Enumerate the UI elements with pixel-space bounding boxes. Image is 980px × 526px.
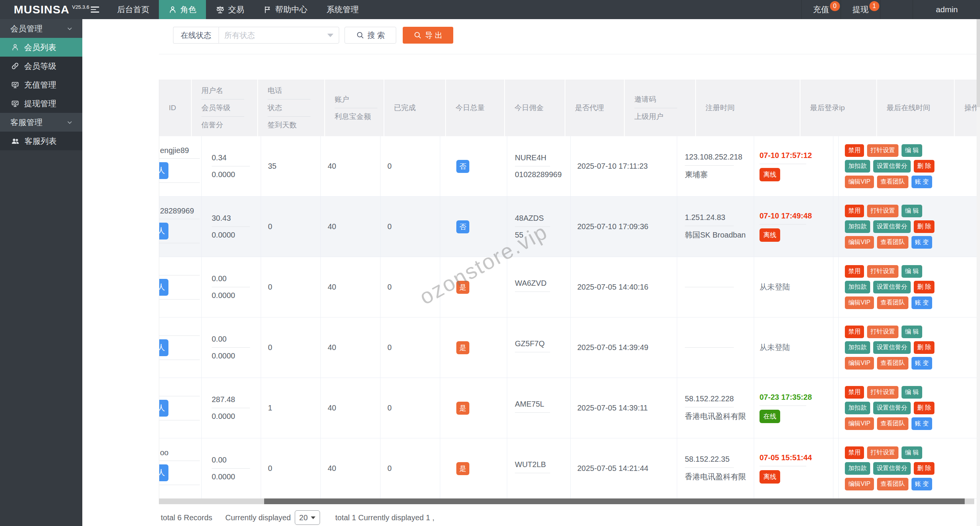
cell-is-agent: 是 bbox=[440, 438, 507, 498]
add-deduct-funds-button[interactable]: 加扣款 bbox=[845, 160, 870, 173]
vertical-scrollbar-thumb[interactable] bbox=[977, 19, 980, 107]
injection-settings-button[interactable]: 打针设置 bbox=[867, 205, 898, 217]
nav-item-dashboard[interactable]: 后台首页 bbox=[108, 0, 159, 19]
add-deduct-funds-button[interactable]: 加扣款 bbox=[845, 341, 870, 354]
account-change-button[interactable]: 账 变 bbox=[911, 357, 932, 370]
disable-user-button[interactable]: 禁用 bbox=[845, 265, 864, 278]
account-change-button[interactable]: 账 变 bbox=[911, 296, 932, 309]
cell-spacer bbox=[833, 378, 839, 438]
add-deduct-funds-button[interactable]: 加扣款 bbox=[845, 402, 870, 414]
injection-settings-button[interactable]: 打针设置 bbox=[867, 326, 898, 338]
set-credit-score-button[interactable]: 设置信誉分 bbox=[873, 462, 911, 475]
ip-location: 韩国SK Broadban bbox=[685, 230, 746, 240]
delete-button[interactable]: 删 除 bbox=[914, 281, 934, 293]
add-deduct-funds-button[interactable]: 加扣款 bbox=[845, 220, 870, 233]
add-deduct-funds-button[interactable]: 加扣款 bbox=[845, 281, 870, 293]
injection-settings-button[interactable]: 打针设置 bbox=[867, 144, 898, 157]
injection-settings-button[interactable]: 打针设置 bbox=[867, 386, 898, 399]
cell-last-online: 07-10 17:57:12 离线 bbox=[754, 136, 833, 196]
horizontal-scrollbar-thumb[interactable] bbox=[264, 498, 965, 504]
view-team-button[interactable]: 查看团队 bbox=[877, 296, 908, 309]
account-change-button[interactable]: 账 变 bbox=[911, 236, 932, 249]
edit-button[interactable]: 编 辑 bbox=[902, 326, 922, 338]
recharge-badge: 0 bbox=[830, 1, 840, 11]
edit-button[interactable]: 编 辑 bbox=[902, 205, 922, 217]
online-status-badge: 离线 bbox=[760, 228, 780, 242]
sidebar-item-customer-service-list[interactable]: 客服列表 bbox=[0, 132, 82, 150]
nav-item-roles[interactable]: 角色 bbox=[159, 0, 206, 19]
cell-balance: 0.00 0.0000 bbox=[202, 318, 261, 378]
delete-button[interactable]: 删 除 bbox=[914, 402, 934, 414]
cell-completed: 0 bbox=[261, 257, 321, 317]
edit-vip-button[interactable]: 编辑VIP bbox=[845, 236, 874, 249]
account-balance: 0.34 bbox=[212, 153, 227, 162]
column-header-register-time: 注册时间 bbox=[696, 80, 800, 136]
edit-button[interactable]: 编 辑 bbox=[902, 446, 922, 459]
horizontal-scrollbar[interactable] bbox=[159, 498, 974, 504]
recharge-nav-button[interactable]: 充值 0 bbox=[801, 0, 841, 19]
account-change-button[interactable]: 账 变 bbox=[911, 417, 932, 430]
disable-user-button[interactable]: 禁用 bbox=[845, 144, 864, 157]
refresh-button[interactable] bbox=[880, 0, 913, 19]
add-deduct-funds-button[interactable]: 加扣款 bbox=[845, 462, 870, 475]
edit-vip-button[interactable]: 编辑VIP bbox=[845, 296, 874, 309]
user-menu[interactable]: admin bbox=[913, 0, 980, 19]
cell-register-time: 2025-07-10 17:11:23 bbox=[571, 136, 677, 196]
username-text: engjie89 bbox=[160, 146, 189, 155]
vertical-scrollbar[interactable] bbox=[977, 19, 980, 526]
sidebar-item-member-level[interactable]: 会员等级 bbox=[0, 57, 82, 75]
sidebar-group-customer-service[interactable]: 客服管理 bbox=[0, 113, 82, 132]
users-icon bbox=[11, 137, 20, 145]
sidebar-item-recharge-management[interactable]: 充值管理 bbox=[0, 75, 82, 94]
nav-item-trade[interactable]: 交易 bbox=[206, 0, 254, 19]
edit-vip-button[interactable]: 编辑VIP bbox=[845, 478, 874, 490]
disable-user-button[interactable]: 禁用 bbox=[845, 326, 864, 338]
member-level-badge: 人 bbox=[159, 339, 168, 356]
sidebar-collapse-button[interactable] bbox=[82, 0, 108, 19]
nav-item-help-center[interactable]: 帮助中心 bbox=[254, 0, 317, 19]
edit-button[interactable]: 编 辑 bbox=[902, 265, 922, 278]
account-change-button[interactable]: 账 变 bbox=[911, 176, 932, 188]
edit-vip-button[interactable]: 编辑VIP bbox=[845, 357, 874, 370]
nav-item-system[interactable]: 系统管理 bbox=[317, 0, 368, 19]
hamburger-icon bbox=[91, 5, 99, 14]
edit-button[interactable]: 编 辑 bbox=[902, 386, 922, 399]
username-label: admin bbox=[936, 5, 958, 14]
sidebar-item-member-list[interactable]: 会员列表 bbox=[0, 38, 82, 57]
account-balance: 287.48 bbox=[212, 395, 235, 404]
search-button[interactable]: 搜 索 bbox=[345, 27, 396, 44]
page-size-select[interactable]: 20 bbox=[295, 510, 320, 525]
injection-settings-button[interactable]: 打针设置 bbox=[867, 265, 898, 278]
chart-board-icon bbox=[11, 99, 19, 107]
view-team-button[interactable]: 查看团队 bbox=[877, 478, 908, 490]
online-status-select[interactable]: 所有状态 bbox=[219, 27, 339, 44]
withdraw-nav-button[interactable]: 提现 1 bbox=[841, 0, 880, 19]
table-row: oo 人 0.00 0.0000 0 40 0 是 WUT2LB 2025-07… bbox=[159, 438, 980, 499]
set-credit-score-button[interactable]: 设置信誉分 bbox=[873, 220, 911, 233]
injection-settings-button[interactable]: 打针设置 bbox=[867, 446, 898, 459]
sidebar-group-member-management[interactable]: 会员管理 bbox=[0, 19, 82, 38]
set-credit-score-button[interactable]: 设置信誉分 bbox=[873, 160, 911, 173]
disable-user-button[interactable]: 禁用 bbox=[845, 446, 864, 459]
view-team-button[interactable]: 查看团队 bbox=[877, 357, 908, 370]
delete-button[interactable]: 删 除 bbox=[914, 160, 934, 173]
account-change-button[interactable]: 账 变 bbox=[911, 478, 932, 490]
agent-status-badge: 是 bbox=[456, 341, 469, 354]
export-button[interactable]: 导 出 bbox=[403, 27, 453, 44]
set-credit-score-button[interactable]: 设置信誉分 bbox=[873, 402, 911, 414]
delete-button[interactable]: 删 除 bbox=[914, 341, 934, 354]
view-team-button[interactable]: 查看团队 bbox=[877, 176, 908, 188]
cell-today-commission: 0 bbox=[381, 378, 440, 438]
delete-button[interactable]: 删 除 bbox=[914, 462, 934, 475]
disable-user-button[interactable]: 禁用 bbox=[845, 386, 864, 399]
disable-user-button[interactable]: 禁用 bbox=[845, 205, 864, 217]
edit-vip-button[interactable]: 编辑VIP bbox=[845, 176, 874, 188]
edit-button[interactable]: 编 辑 bbox=[902, 144, 922, 157]
view-team-button[interactable]: 查看团队 bbox=[877, 417, 908, 430]
delete-button[interactable]: 删 除 bbox=[914, 220, 934, 233]
sidebar-item-withdraw-management[interactable]: 提现管理 bbox=[0, 94, 82, 113]
view-team-button[interactable]: 查看团队 bbox=[877, 236, 908, 249]
edit-vip-button[interactable]: 编辑VIP bbox=[845, 417, 874, 430]
set-credit-score-button[interactable]: 设置信誉分 bbox=[873, 341, 911, 354]
set-credit-score-button[interactable]: 设置信誉分 bbox=[873, 281, 911, 293]
